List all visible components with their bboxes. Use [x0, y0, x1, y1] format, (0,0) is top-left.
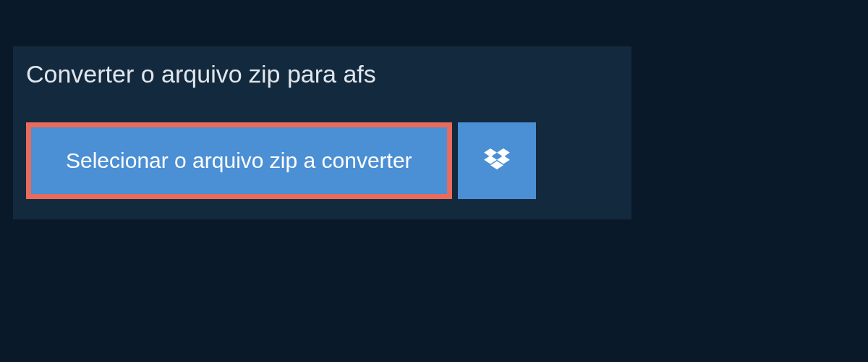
select-file-label: Selecionar o arquivo zip a converter — [66, 148, 412, 172]
button-row: Selecionar o arquivo zip a converter — [26, 122, 631, 199]
tab-title: Converter o arquivo zip para afs — [26, 60, 376, 88]
dropbox-icon — [484, 148, 510, 173]
dropbox-button[interactable] — [458, 122, 536, 199]
converter-panel: Converter o arquivo zip para afs Selecio… — [13, 46, 631, 219]
select-button-highlight: Selecionar o arquivo zip a converter — [26, 122, 452, 199]
converter-tab[interactable]: Converter o arquivo zip para afs — [13, 46, 396, 105]
select-file-button[interactable]: Selecionar o arquivo zip a converter — [31, 127, 447, 194]
